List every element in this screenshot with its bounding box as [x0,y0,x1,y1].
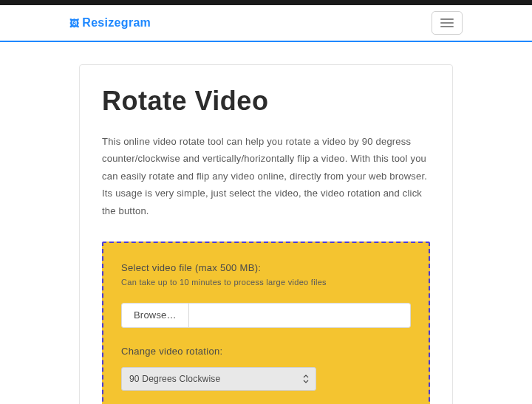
image-icon: 🖼 [69,18,79,29]
select-file-label: Select video file (max 500 MB): [121,262,411,273]
rotation-label: Change video rotation: [121,346,411,357]
form-panel: Select video file (max 500 MB): Can take… [102,242,430,404]
hamburger-icon [440,18,454,27]
select-file-hint: Can take up to 10 minutes to process lar… [121,278,411,287]
top-strip [0,0,532,5]
main-card: Rotate Video This online video rotate to… [79,64,453,404]
navbar: 🖼 Resizegram [0,5,532,42]
file-name-display[interactable] [189,304,410,327]
rotation-select[interactable]: 90 Degrees Clockwise [121,367,316,391]
browse-button[interactable]: Browse… [122,304,189,327]
brand-name: Resizegram [82,16,151,30]
page-title: Rotate Video [102,86,430,117]
brand-link[interactable]: 🖼 Resizegram [69,16,151,30]
navbar-inner: 🖼 Resizegram [0,11,532,35]
file-input-group: Browse… [121,303,411,328]
page-description: This online video rotate tool can help y… [102,133,430,219]
content-wrap: Rotate Video This online video rotate to… [0,42,532,404]
rotation-select-wrap: 90 Degrees Clockwise [121,367,316,391]
nav-toggle-button[interactable] [432,11,463,35]
